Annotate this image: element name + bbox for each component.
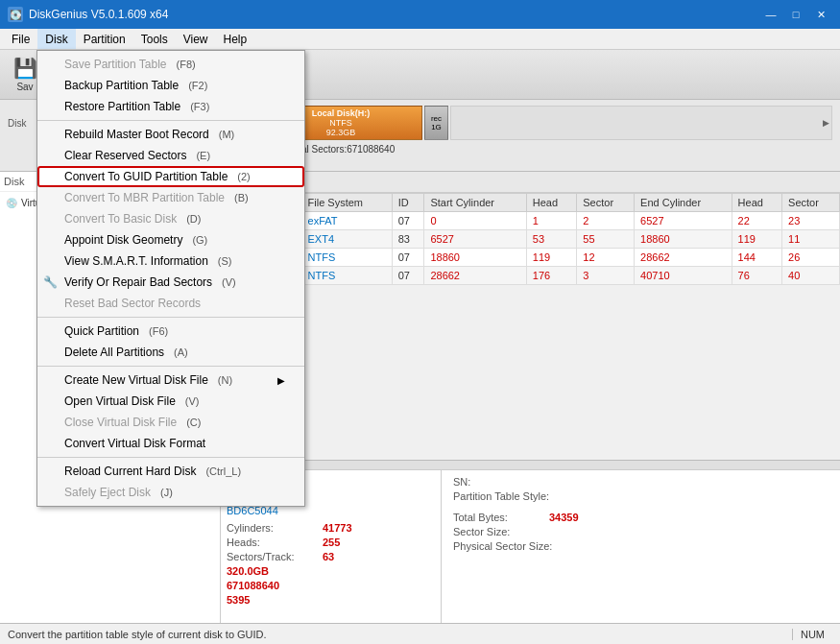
menu-help[interactable]: Help	[216, 29, 255, 49]
scroll-handle[interactable]: ▶	[450, 106, 832, 140]
cell-fs: exFAT	[301, 212, 392, 230]
save-label: Sav	[16, 82, 33, 92]
partition-style-label: Partition Table Style:	[453, 490, 549, 502]
info-right-panel: SN: Partition Table Style: Total Bytes: …	[442, 470, 840, 623]
title-bar-left: 💽 DiskGenius V5.0.1.609 x64	[8, 7, 168, 22]
menu-backup-partition-table[interactable]: Backup Partition Table(F2)	[37, 75, 304, 96]
info-cyl-value: 41773	[323, 522, 352, 534]
menu-file[interactable]: File	[4, 29, 37, 49]
cell-start-cyl: 6527	[424, 230, 526, 249]
menu-convert-virtual[interactable]: Convert Virtual Disk Format	[37, 433, 304, 454]
menu-open-virtual[interactable]: Open Virtual Disk File(V)	[37, 391, 304, 412]
col-sector: Sector	[577, 194, 635, 212]
total-bytes-section: Total Bytes: 34359 Sector Size: Physical…	[453, 512, 828, 552]
cell-start-cyl: 18860	[424, 249, 526, 267]
menu-convert-basic: Convert To Basic Disk(D)	[37, 208, 304, 229]
menu-restore-partition-table[interactable]: Restore Partition Table(F3)	[37, 96, 304, 117]
cell-end-cyl: 28662	[635, 249, 732, 267]
col-fs: File System	[301, 194, 392, 212]
info-sectors-value: 63	[323, 551, 334, 562]
menu-reload[interactable]: Reload Current Hard Disk(Ctrl_L)	[37, 461, 304, 482]
cell-start-cyl: 28662	[424, 267, 526, 285]
cell-end-cyl: 40710	[635, 267, 732, 285]
cell-start-cyl: 0	[424, 212, 526, 230]
menu-quick-partition[interactable]: Quick Partition(F6)	[37, 321, 304, 342]
cell-fs: EXT4	[301, 230, 392, 249]
status-bar: Convert the partition table style of cur…	[0, 623, 840, 644]
cell-end-head: 119	[732, 230, 781, 249]
menu-create-virtual[interactable]: Create New Virtual Disk File(N) ▶	[37, 370, 304, 391]
maximize-button[interactable]: □	[784, 5, 807, 24]
bottom-info: Virtual MsftVirtualDisk BD6C5044 Cylinde…	[221, 469, 840, 623]
table-row[interactable]: 2 NTFS 07 18860 119 12 28662 144 26	[222, 249, 840, 267]
table-row[interactable]: 0 exFAT 07 0 1 2 6527 22 23	[222, 212, 840, 230]
arrow-icon: ▶	[268, 375, 285, 386]
repair-icon: 🔧	[43, 275, 58, 289]
col-head: Head	[526, 194, 576, 212]
cell-sector: 3	[577, 267, 635, 285]
menu-rebuild-mbr[interactable]: Rebuild Master Boot Record(M)	[37, 124, 304, 145]
col-end-cyl: End Cylinder	[635, 194, 732, 212]
menu-convert-guid[interactable]: Convert To GUID Partition Table(2)	[37, 166, 304, 187]
dropdown-menu-container: Save Partition Table(F8) Backup Partitio…	[36, 50, 305, 507]
info-cyl-label: Cylinders:	[227, 522, 323, 534]
cell-id: 83	[392, 230, 424, 249]
menu-appoint-geometry[interactable]: Appoint Disk Geometry(G)	[37, 229, 304, 250]
save-icon: 💾	[13, 57, 37, 80]
sector-editor-header: Sector Editor	[221, 172, 840, 193]
status-text: Convert the partition table style of cur…	[8, 629, 267, 640]
menu-bar: File Disk Partition Tools View Help	[0, 29, 840, 50]
cell-end-sector: 26	[782, 249, 840, 267]
menu-partition[interactable]: Partition	[76, 29, 133, 49]
cell-head: 119	[526, 249, 576, 267]
menu-reset-bad: Reset Bad Sector Records	[37, 293, 304, 314]
total-bytes-value: 34359	[549, 512, 579, 523]
menu-view[interactable]: View	[176, 29, 216, 49]
info-heads-label: Heads:	[227, 537, 323, 548]
app-icon: 💽	[8, 7, 23, 22]
menu-disk[interactable]: Disk	[37, 29, 75, 49]
cell-end-head: 76	[732, 267, 781, 285]
horizontal-scrollbar[interactable]	[221, 460, 840, 469]
info-size-row: 320.0GB	[227, 565, 435, 577]
right-panel: Sector Editor Seq.(Stat) File System ID …	[221, 172, 840, 623]
cell-id: 07	[392, 212, 424, 230]
cell-head: 53	[526, 230, 576, 249]
menu-verify-repair[interactable]: 🔧 Verify Or Repair Bad Sectors(V)	[37, 272, 304, 293]
menu-smart[interactable]: View S.M.A.R.T. Information(S)	[37, 250, 304, 272]
close-button[interactable]: ✕	[809, 5, 832, 24]
sector-size-label: Sector Size:	[453, 526, 549, 537]
menu-delete-all[interactable]: Delete All Partitions(A)	[37, 342, 304, 363]
partition-table: Seq.(Stat) File System ID Start Cylinder…	[221, 193, 840, 285]
cell-head: 176	[526, 267, 576, 285]
menu-convert-mbr: Convert To MBR Partition Table(B)	[37, 187, 304, 208]
table-row[interactable]: 3 NTFS 07 28662 176 3 40710 76 40	[222, 267, 840, 285]
cell-fs: NTFS	[301, 267, 392, 285]
cell-sector: 12	[577, 249, 635, 267]
cell-end-head: 144	[732, 249, 781, 267]
table-row[interactable]: 1 EXT4 83 6527 53 55 18860 119 11	[222, 230, 840, 249]
col-end-head: Head	[732, 194, 781, 212]
cell-end-head: 22	[732, 212, 781, 230]
partition-block-rec[interactable]: rec 1G	[424, 106, 448, 140]
menu-tools[interactable]: Tools	[133, 29, 176, 49]
physical-sector-label: Physical Sector Size:	[453, 540, 552, 552]
info-cylinders-row: Cylinders: 41773 Heads: 255 Sectors/Trac…	[227, 522, 435, 562]
separator-3	[37, 366, 304, 367]
menu-clear-reserved[interactable]: Clear Reserved Sectors(E)	[37, 145, 304, 166]
table-container[interactable]: Seq.(Stat) File System ID Start Cylinder…	[221, 193, 840, 460]
cell-end-sector: 11	[782, 230, 840, 249]
separator-1	[37, 120, 304, 121]
separator-2	[37, 317, 304, 318]
minimize-button[interactable]: —	[759, 5, 782, 24]
info-sectors-label: Sectors/Track:	[227, 551, 323, 562]
separator-4	[37, 457, 304, 458]
col-end-sector: Sector	[782, 194, 840, 212]
window-controls: — □ ✕	[759, 5, 832, 24]
cell-sector: 55	[577, 230, 635, 249]
total-bytes-label: Total Bytes:	[453, 512, 549, 523]
title-bar: 💽 DiskGenius V5.0.1.609 x64 — □ ✕	[0, 0, 840, 29]
cell-end-cyl: 18860	[635, 230, 732, 249]
info-heads-value: 255	[323, 537, 340, 548]
cell-end-sector: 40	[782, 267, 840, 285]
